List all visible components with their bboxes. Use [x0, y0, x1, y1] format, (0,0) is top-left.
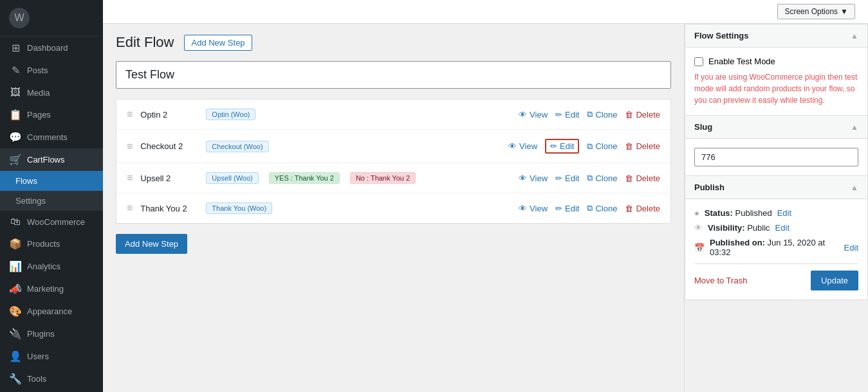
view-icon: 👁	[519, 110, 527, 120]
calendar-icon: 📅	[694, 243, 705, 253]
step-actions: 👁 View ✏ Edit ⧉ Clone 🗑 Delete	[519, 109, 660, 120]
edit-button-highlighted[interactable]: ✏ Edit	[545, 139, 579, 154]
publish-body: ● Status: Published Edit 👁 Visibility: P…	[685, 199, 867, 299]
table-row: ≡ Upsell 2 Upsell (Woo) YES : Thank You …	[116, 163, 670, 193]
publish-header: Publish ▲	[685, 176, 867, 199]
content-wrap: Edit Flow Add New Step ≡ Optin 2 Optin (…	[103, 24, 868, 392]
view-button[interactable]: 👁 View	[519, 204, 548, 213]
sidebar-item-appearance[interactable]: 🎨 Appearance	[0, 300, 103, 323]
published-on-label: Published on: Jun 15, 2020 at 03:32	[710, 238, 839, 257]
slug-header: Slug ▲	[685, 116, 867, 139]
sidebar-item-cartflows[interactable]: 🛒 CartFlows	[0, 148, 103, 171]
sidebar-item-posts[interactable]: ✎ Posts	[0, 59, 103, 82]
sidebar-item-label: Tools	[27, 374, 46, 384]
sidebar-item-settings[interactable]: Settings	[0, 191, 103, 211]
view-button[interactable]: 👁 View	[508, 141, 537, 151]
table-row: ≡ Thank You 2 Thank You (Woo) 👁 View ✏ E…	[116, 193, 670, 223]
sidebar-item-label: WooCommerce	[27, 217, 85, 227]
delete-button[interactable]: 🗑 Delete	[625, 204, 660, 213]
move-to-trash-button[interactable]: Move to Trash	[694, 276, 747, 285]
table-row: ≡ Checkout 2 Checkout (Woo) 👁 View ✏ Edi…	[116, 130, 670, 163]
publish-panel: Publish ▲ ● Status: Published Edit 👁 Vis…	[685, 176, 868, 300]
main-area: Screen Options ▼ Edit Flow Add New Step …	[103, 0, 868, 392]
plugins-icon: 🔌	[9, 328, 22, 340]
admin-bar: Screen Options ▼	[103, 0, 868, 24]
sidebar-item-label: Marketing	[27, 284, 64, 294]
sidebar-item-label: Appearance	[27, 307, 72, 316]
badge-yes-thank-you: YES : Thank You 2	[269, 172, 340, 184]
page-header: Edit Flow Add New Step	[116, 34, 671, 51]
step-name: Optin 2	[140, 110, 198, 120]
enable-test-mode-checkbox[interactable]	[694, 57, 703, 66]
sidebar-item-label: Products	[27, 239, 60, 249]
slug-title: Slug	[694, 122, 712, 132]
flow-name-input[interactable]	[116, 61, 671, 89]
view-button[interactable]: 👁 View	[519, 110, 548, 120]
step-actions: 👁 View ✏ Edit ⧉ Clone 🗑 Delete	[508, 139, 660, 154]
appearance-icon: 🎨	[9, 305, 22, 317]
view-icon: 👁	[519, 204, 527, 213]
clone-icon: ⧉	[587, 141, 593, 152]
sidebar-item-users[interactable]: 👤 Users	[0, 345, 103, 368]
publish-actions: Move to Trash Update	[694, 263, 858, 290]
edit-icon: ✏	[555, 174, 562, 183]
sidebar-item-label: Pages	[27, 110, 51, 120]
visibility-icon: 👁	[694, 223, 703, 233]
screen-options-button[interactable]: Screen Options ▼	[777, 4, 855, 19]
step-name: Checkout 2	[140, 141, 198, 151]
edit-button[interactable]: ✏ Edit	[555, 110, 579, 120]
woocommerce-icon: 🛍	[9, 216, 22, 227]
drag-handle-icon[interactable]: ≡	[127, 109, 133, 120]
badge-thank-you-woo: Thank You (Woo)	[206, 202, 272, 214]
chevron-down-icon: ▼	[840, 7, 848, 16]
slug-input[interactable]	[694, 148, 858, 166]
delete-icon: 🗑	[625, 110, 633, 120]
status-edit-link[interactable]: Edit	[777, 208, 791, 218]
sidebar-item-products[interactable]: 📦 Products	[0, 233, 103, 255]
clone-button[interactable]: ⧉ Clone	[587, 109, 617, 120]
edit-icon: ✏	[555, 204, 562, 213]
sidebar-item-flows[interactable]: Flows	[0, 171, 103, 191]
visibility-label: Visibility: Public	[708, 223, 770, 233]
view-button[interactable]: 👁 View	[519, 174, 548, 183]
status-icon: ●	[694, 208, 699, 218]
sidebar-item-comments[interactable]: 💬 Comments	[0, 126, 103, 148]
analytics-icon: 📊	[9, 260, 22, 272]
badge-checkout-woo: Checkout (Woo)	[206, 141, 268, 152]
sidebar-item-analytics[interactable]: 📊 Analytics	[0, 255, 103, 278]
sidebar-item-label: Posts	[27, 66, 48, 75]
update-button[interactable]: Update	[811, 271, 858, 290]
step-actions: 👁 View ✏ Edit ⧉ Clone 🗑 Delete	[519, 173, 660, 183]
marketing-icon: 📣	[9, 283, 22, 295]
sidebar-item-label: Users	[27, 352, 49, 361]
add-new-step-main-button[interactable]: Add New Step	[116, 234, 187, 254]
drag-handle-icon[interactable]: ≡	[127, 202, 133, 214]
edit-icon: ✏	[555, 110, 562, 120]
delete-icon: 🗑	[625, 174, 633, 183]
sidebar-item-plugins[interactable]: 🔌 Plugins	[0, 323, 103, 345]
published-on-edit-link[interactable]: Edit	[844, 243, 858, 253]
add-new-step-header-button[interactable]: Add New Step	[184, 35, 252, 51]
drag-handle-icon[interactable]: ≡	[127, 172, 133, 184]
sidebar-item-marketing[interactable]: 📣 Marketing	[0, 278, 103, 300]
sidebar-item-media[interactable]: 🖼 Media	[0, 82, 103, 103]
sidebar-item-woocommerce[interactable]: 🛍 WooCommerce	[0, 211, 103, 233]
clone-button[interactable]: ⧉ Clone	[587, 173, 617, 183]
delete-icon: 🗑	[625, 141, 633, 151]
edit-icon: ✏	[550, 141, 557, 151]
sidebar-item-pages[interactable]: 📋 Pages	[0, 103, 103, 126]
sidebar-item-dashboard[interactable]: ⊞ Dashboard	[0, 37, 103, 59]
edit-button[interactable]: ✏ Edit	[555, 174, 579, 183]
step-name: Thank You 2	[140, 204, 198, 213]
delete-button[interactable]: 🗑 Delete	[625, 110, 660, 120]
delete-button[interactable]: 🗑 Delete	[625, 174, 660, 183]
visibility-edit-link[interactable]: Edit	[775, 223, 790, 233]
edit-button[interactable]: ✏ Edit	[555, 204, 579, 213]
sidebar-item-label: Plugins	[27, 329, 55, 339]
drag-handle-icon[interactable]: ≡	[127, 141, 133, 152]
sidebar-item-tools[interactable]: 🔧 Tools	[0, 368, 103, 390]
delete-button[interactable]: 🗑 Delete	[625, 141, 660, 151]
clone-button[interactable]: ⧉ Clone	[587, 203, 617, 213]
clone-button[interactable]: ⧉ Clone	[587, 141, 617, 152]
clone-icon: ⧉	[587, 109, 593, 120]
